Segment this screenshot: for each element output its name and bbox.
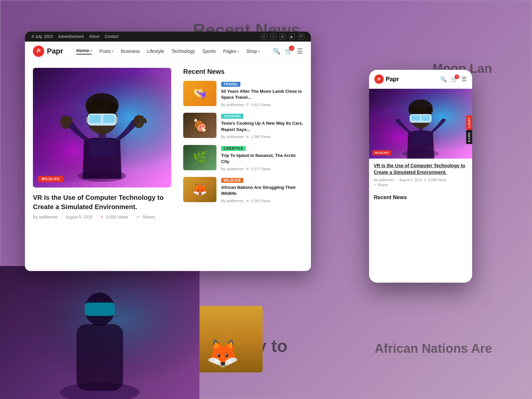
theme-toggle: LIGHT DARK xyxy=(466,115,472,144)
topbar-date: 4 July, 2023 xyxy=(32,34,53,39)
theme-dark-button[interactable]: DARK xyxy=(466,130,472,144)
youtube-icon[interactable]: ▶ xyxy=(289,34,295,40)
mobile-shares-label: Shares xyxy=(378,183,388,187)
topbar: 4 July, 2023 Advertisement About Contact… xyxy=(25,32,311,42)
nav-item-pages[interactable]: Pages ▾ xyxy=(223,49,239,54)
svg-point-38 xyxy=(425,106,433,114)
topbar-social: f t in ▶ P xyxy=(261,34,304,40)
hero-author: By axilthemes xyxy=(33,215,58,219)
topbar-left: 4 July, 2023 Advertisement About Contact xyxy=(32,34,118,39)
nav-item-lifestyle[interactable]: Lifestyle xyxy=(147,49,164,54)
nav-item-shop[interactable]: Shop ▾ xyxy=(246,49,260,54)
news-section: Recent News 👒 TRAVEL 50 Years After The … xyxy=(178,61,311,265)
mobile-cart-button[interactable]: 🛒 0 xyxy=(451,76,458,82)
nav-business-label: Business xyxy=(121,49,140,54)
nav-technology-label: Technology xyxy=(172,49,195,54)
mobile-menu-icon[interactable]: ☰ xyxy=(462,75,467,83)
news-author: By axilthemes xyxy=(221,199,244,203)
svg-rect-0 xyxy=(0,266,200,399)
hero-shares: Shares xyxy=(143,215,155,219)
news-thumb-wildlife: 🦊 xyxy=(183,177,216,202)
news-headline-wildlife: African Nations Are Struggling Their Wil… xyxy=(221,185,304,197)
mobile-nav-actions: 🔍 🛒 0 ☰ xyxy=(440,75,467,83)
svg-point-1 xyxy=(60,382,140,399)
wildlife-thumb-image: 🦊 xyxy=(183,177,216,202)
hero-image[interactable]: WILDLIFE xyxy=(33,68,171,188)
mobile-recent-news-title: Recent News xyxy=(374,191,467,200)
news-tag-cooking: COOKING xyxy=(221,114,243,119)
facebook-icon[interactable]: f xyxy=(261,34,267,40)
mobile-hero-image[interactable]: WILDLIFE LIGHT DARK xyxy=(369,89,472,159)
news-meta-travel: By axilthemes ↗ 3,811 Views xyxy=(221,102,304,107)
svg-point-2 xyxy=(85,293,115,326)
mobile-cart-badge: 0 xyxy=(455,74,459,79)
bg-text-african: African Nations Are xyxy=(375,341,492,356)
hero-meta: By axilthemes · August 5, 2019 · ↗ 5,059… xyxy=(33,215,171,219)
trending-icon: ↗ xyxy=(246,102,249,107)
mobile-share-icon: ↗ xyxy=(374,183,376,187)
news-meta-cooking: By axilthemes ↗ 1,346 Views xyxy=(221,135,304,139)
mobile-hero-badge: WILDLIFE xyxy=(372,150,391,155)
hero-views: 5,059 Views xyxy=(106,215,128,219)
mobile-logo[interactable]: P Papr xyxy=(374,74,399,84)
topbar-about[interactable]: About xyxy=(89,34,99,39)
nav-item-sports[interactable]: Sports xyxy=(202,49,215,54)
svg-point-15 xyxy=(98,98,106,106)
news-author: By axilthemes xyxy=(221,103,244,107)
chevron-down-icon: ▾ xyxy=(112,50,113,53)
trending-icon: ↗ xyxy=(246,135,249,139)
bg-vr-large xyxy=(0,266,200,399)
news-meta-lifestyle: By axilthemes ↗ 1,271 Views xyxy=(221,167,304,171)
svg-rect-4 xyxy=(85,303,115,316)
news-info: WILDLIFE African Nations Are Struggling … xyxy=(221,177,304,203)
pinterest-icon[interactable]: P xyxy=(298,34,304,40)
news-info: TRAVEL 50 Years After The Moon Landi Clo… xyxy=(221,81,304,107)
news-item[interactable]: 🌿 LIFESTYLE Trip To Iqaluit In Nunavut, … xyxy=(183,145,304,171)
menu-icon[interactable]: ☰ xyxy=(297,47,303,55)
news-views: 3,811 Views xyxy=(251,103,271,107)
nav-lifestyle-label: Lifestyle xyxy=(147,49,164,54)
mobile-views: 5,059 Views xyxy=(428,178,446,182)
theme-light-button[interactable]: LIGHT xyxy=(466,115,472,130)
news-info: LIFESTYLE Trip To Iqaluit In Nunavut, Th… xyxy=(221,145,304,171)
svg-rect-17 xyxy=(89,115,101,123)
svg-rect-3 xyxy=(76,324,123,391)
lifestyle-thumb-image: 🌿 xyxy=(183,145,216,170)
nav-item-technology[interactable]: Technology xyxy=(172,49,195,54)
news-item[interactable]: 👒 TRAVEL 50 Years After The Moon Landi C… xyxy=(183,81,304,107)
news-tag-travel: TRAVEL xyxy=(221,82,240,87)
mobile-date: August 5, 2019 xyxy=(399,178,422,182)
mobile-logo-text: Papr xyxy=(386,76,399,83)
nav-home-label: Home xyxy=(76,48,89,53)
svg-rect-40 xyxy=(411,115,420,121)
nav-item-posts[interactable]: Posts ▾ xyxy=(99,49,113,54)
nav-item-business[interactable]: Business xyxy=(121,49,140,54)
linkedin-icon[interactable]: in xyxy=(280,34,286,40)
news-headline-travel: 50 Years After The Moon Landi Close Is S… xyxy=(221,88,304,100)
cart-badge: 0 xyxy=(289,46,294,51)
mobile-logo-icon: P xyxy=(374,74,384,84)
logo[interactable]: P Papr xyxy=(33,46,63,57)
mobile-search-icon[interactable]: 🔍 xyxy=(440,76,447,82)
topbar-advertisement[interactable]: Advertisement xyxy=(58,34,84,39)
mobile-article-meta: By axilthemes · August 5, 2019 ↗ 5,059 V… xyxy=(374,178,467,182)
search-icon[interactable]: 🔍 xyxy=(273,48,280,55)
logo-text: Papr xyxy=(47,47,63,56)
recent-news-title: Recent News xyxy=(183,68,304,75)
nav-item-home[interactable]: Home ▾ xyxy=(76,48,92,55)
news-thumb-lifestyle: 🌿 xyxy=(183,145,216,170)
cart-button[interactable]: 🛒 0 xyxy=(285,48,292,55)
topbar-contact[interactable]: Contact xyxy=(105,34,118,39)
svg-rect-41 xyxy=(421,115,430,121)
nav-links: Home ▾ Posts ▾ Business Lifestyle Techno… xyxy=(76,48,260,55)
news-item[interactable]: 🍖 COOKING Tesla's Cooking Up A New Way I… xyxy=(183,113,304,139)
chevron-down-icon: ▾ xyxy=(258,50,260,53)
mobile-author: By axilthemes xyxy=(374,178,394,182)
twitter-icon[interactable]: t xyxy=(270,34,276,40)
svg-rect-20 xyxy=(116,117,118,122)
news-headline-lifestyle: Trip To Iqaluit In Nunavut, The Arctic C… xyxy=(221,153,304,165)
hero-section: WILDLIFE VR Is the Use of Computer Techn… xyxy=(25,61,178,265)
mobile-content: VR Is the Use of Computer Technology to … xyxy=(369,159,472,204)
mobile-browser-window: P Papr 🔍 🛒 0 ☰ xyxy=(369,70,472,283)
news-item[interactable]: 🦊 WILDLIFE African Nations Are Strugglin… xyxy=(183,177,304,203)
